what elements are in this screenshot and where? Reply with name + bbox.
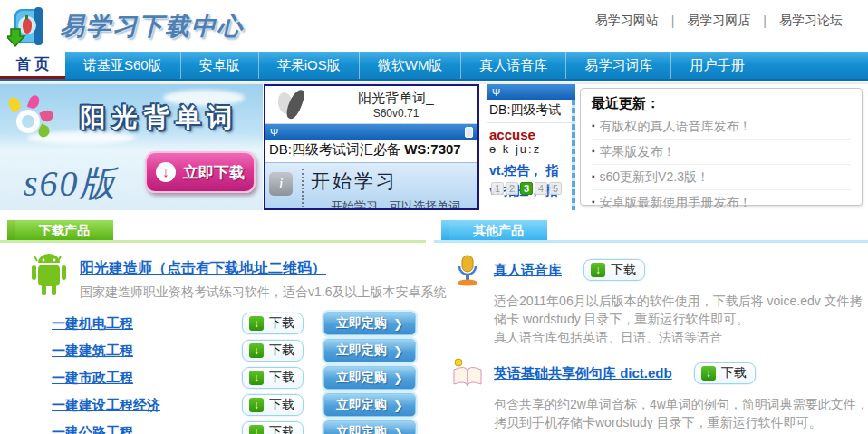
nav-item-home[interactable]: 首 页 [0,52,65,79]
order-button[interactable]: 立即定购❯ [323,420,416,434]
nav-item-manual[interactable]: 用户手册 [670,52,762,79]
nav-item-voice[interactable]: 真人语音库 [460,52,565,79]
product-description: 国家建造师职业资格考试练习软件，适合v1.6及以上版本安卓系统 [80,285,446,301]
order-button[interactable]: 立即定购❯ [323,312,416,335]
battery-icon [465,127,473,138]
download-arrow-icon: ↓ [249,371,264,385]
page-number[interactable]: 5 [549,182,562,195]
chevron-right-icon: ❯ [393,399,403,412]
product-link[interactable]: 一建建筑工程 [52,342,242,360]
bullet-icon: ▪ [592,171,595,181]
download-button[interactable]: ↓下载 [694,362,756,384]
download-button[interactable]: ↓下载 [242,340,304,362]
tab-other-products[interactable]: 其他产品 [449,220,547,240]
product-row: 一建公路工程 ↓下载 立即定购❯ [0,419,426,434]
bullet-icon: ▪ [592,146,595,156]
link-forum[interactable]: 易学习论坛 [767,13,855,29]
link-shop[interactable]: 易学习网店 [674,13,763,29]
site-logo[interactable]: 易学习下载中心 [7,4,244,49]
banner-edition: s60版 [24,159,118,208]
info-icon: i [269,172,293,196]
chevron-right-icon: ❯ [393,426,403,434]
banner-download-button[interactable]: ↓ 立即下载 [145,151,256,193]
status-bar: Ψ [265,124,477,140]
db-info-row: DB:四级考试词汇必备 WS:7307 [265,140,477,162]
link-website[interactable]: 易学习网站 [583,13,671,29]
header-links: 易学习网站 | 易学习网店 | 易学习论坛 [583,13,855,29]
download-arrow-icon: ↓ [591,263,605,277]
product-row: 一建机电工程 ↓下载 立即定购❯ [0,310,426,337]
nav-item-ios[interactable]: 苹果iOS版 [258,52,359,79]
chevron-right-icon: ❯ [393,344,403,358]
voice-library-link[interactable]: 真人语音库 [494,262,562,279]
product-description: 包含共享的约2w单词音标，4w单词的例句，简明词典需要此文件，下 拷贝到手机存储… [494,395,868,434]
status-bar: Ψ [487,84,575,100]
product-link-builder[interactable]: 阳光建造师（点击有下载地址二维码） [80,260,326,275]
page-number[interactable]: 2 [506,182,518,195]
app-title: 阳光背单词_ [314,90,477,107]
download-arrow-icon: ↓ [249,425,264,434]
tab-download-products[interactable]: 下载产品 [15,220,113,240]
download-products-section: 下载产品 阳光建造师（点击有下载地址二维码） 国家建造师职业资格考试练习软件，适… [0,220,426,434]
menu-item-label: 开始学习 [311,169,460,194]
word-meaning-vt: vt.控告， 指 [487,161,575,181]
download-button[interactable]: ↓下载 [242,421,304,434]
backpack-logo-icon [7,4,53,49]
download-button[interactable]: ↓下载 [242,367,304,389]
android-icon [27,254,71,299]
nav-item-dict[interactable]: 易学习词库 [565,52,670,79]
order-button[interactable]: 立即定购❯ [323,393,416,417]
product-description: 适合2011年06月以后版本的软件使用，下载后将 voice.edv 文件拷 储… [494,292,868,346]
nav-item-wm[interactable]: 微软WM版 [359,52,461,79]
page-header: 易学习下载中心 易学习网站 | 易学习网店 | 易学习论坛 [0,0,868,52]
word-count: WS:7307 [404,141,461,157]
db-info-row: DB:四级考试 [487,100,575,123]
antenna-icon: Ψ [270,127,278,138]
bullet-icon: ▪ [592,197,595,207]
other-products-section: 其他产品 真人语音库 ↓下载 适合2011年06月以后版本的软件使用，下载后将 … [434,220,868,434]
bullet-icon: ▪ [592,121,595,130]
recent-update-item[interactable]: ▪s60更新到V2.3版！ [592,165,851,190]
order-button[interactable]: 立即定购❯ [323,339,416,362]
selected-menu-item[interactable]: i 开始学习 开始学习，可以选择单词 [265,162,477,210]
download-arrow-icon: ↓ [249,398,264,412]
product-row: 一建建筑工程 ↓下载 立即定购❯ [0,337,426,364]
product-link[interactable]: 一建市政工程 [52,370,242,387]
recent-updates-title: 最近更新： [592,95,851,112]
download-button[interactable]: ↓下载 [583,259,645,281]
page-number[interactable]: 1 [491,182,504,195]
download-arrow-icon: ↓ [701,366,716,381]
download-arrow-icon: ↓ [156,162,176,182]
product-link[interactable]: 一建机电工程 [52,315,242,333]
divider [302,169,304,207]
nav-item-android[interactable]: 安卓版 [180,52,258,79]
page-number[interactable]: 4 [535,182,547,195]
nav-item-s60[interactable]: 诺基亚S60版 [65,52,180,79]
app-logo-icon [273,89,314,121]
antenna-icon: Ψ [492,87,500,98]
recent-update-item[interactable]: ▪苹果版发布！ [592,140,851,165]
app-version: S60v0.71 [314,107,477,120]
tab-accent [7,220,15,240]
recent-update-item[interactable]: ▪有版权的真人语音库发布！ [592,114,851,140]
product-link[interactable]: 一建建设工程经济 [52,397,242,414]
download-button[interactable]: ↓下载 [242,313,304,334]
tab-accent [441,220,449,240]
recent-updates-panel: 最近更新： ▪有版权的真人语音库发布！ ▪苹果版发布！ ▪s60更新到V2.3版… [580,88,863,206]
download-button[interactable]: ↓下载 [242,394,304,416]
other-product: 真人语音库 ↓下载 适合2011年06月以后版本的软件使用，下载后将 voice… [434,254,868,346]
product-row: 一建市政工程 ↓下载 立即定购❯ [0,364,426,391]
download-arrow-icon: ↓ [249,343,264,358]
chevron-right-icon: ❯ [393,317,403,331]
order-button[interactable]: 立即定购❯ [323,366,416,390]
recent-update-item[interactable]: ▪安卓版最新使用手册发布！ [592,190,851,215]
promo-banner[interactable]: 阳光背单词 s60版 ↓ 立即下载 [0,84,263,210]
pagination: 1 2 3 4 5 [491,182,562,195]
page-number-active[interactable]: 3 [520,182,533,195]
word-phonetic: ə k ju:z [487,142,575,161]
app-screenshot-main: 阳光背单词_ S60v0.71 Ψ DB:四级考试词汇必备 WS:7307 i … [264,84,479,210]
app-header: 阳光背单词_ S60v0.71 [265,86,477,124]
sentence-library-link[interactable]: 英语基础共享例句库 dict.edb [494,365,672,382]
product-link[interactable]: 一建公路工程 [52,424,242,434]
word-entry: accuse [487,123,575,142]
